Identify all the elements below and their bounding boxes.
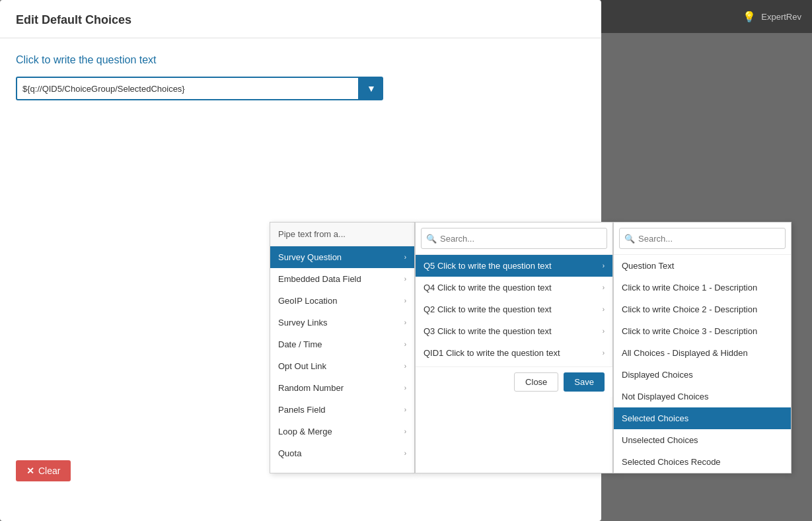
pipe-menu-label: Survey Question bbox=[278, 252, 342, 262]
pipe-menu-item-embedded-data-field[interactable]: Embedded Data Field› bbox=[270, 268, 414, 290]
q5-item-label: Selected Choices bbox=[622, 413, 688, 423]
pipe-menu-item-panels-field[interactable]: Panels Field› bbox=[270, 399, 414, 421]
search-wrap: 🔍 bbox=[421, 228, 607, 249]
pipe-menu-list: Survey Question›Embedded Data Field›GeoI… bbox=[270, 246, 414, 464]
pipe-menu-label: Loop & Merge bbox=[278, 427, 332, 436]
q5-item-label: Click to write Choice 2 - Description bbox=[622, 304, 757, 314]
pipe-menu-label: Panels Field bbox=[278, 405, 326, 415]
chevron-right-icon: › bbox=[404, 363, 406, 370]
q5-search-wrap: 🔍 bbox=[619, 228, 786, 249]
sq-item-q4[interactable]: Q4 Click to write the question text› bbox=[416, 277, 612, 298]
pipe-menu-label: Random Number bbox=[278, 383, 344, 393]
pipe-input[interactable] bbox=[16, 77, 359, 100]
question-text-label[interactable]: Click to write the question text bbox=[16, 54, 585, 66]
sq-item-q2[interactable]: Q2 Click to write the question text› bbox=[416, 298, 612, 320]
pipe-menu-item-loop-merge[interactable]: Loop & Merge› bbox=[270, 421, 414, 442]
q5-item-question-text[interactable]: Question Text bbox=[614, 255, 791, 277]
pipe-panel-header: Pipe text from a... bbox=[270, 223, 414, 246]
q5-item-label: Displayed Choices bbox=[622, 370, 693, 380]
q5-item-label: Unselected Choices bbox=[622, 435, 698, 445]
pipe-input-container: ▼ bbox=[16, 77, 585, 100]
chevron-right-icon: › bbox=[404, 428, 406, 435]
q5-item-label: Click to write Choice 3 - Description bbox=[622, 326, 757, 336]
sq-item-label: Q4 Click to write the question text bbox=[424, 283, 552, 293]
x-icon: ✕ bbox=[26, 466, 34, 476]
pipe-menu-item-quota[interactable]: Quota› bbox=[270, 442, 414, 464]
pipe-dropdown-btn[interactable]: ▼ bbox=[359, 77, 383, 100]
q5-item-label: Question Text bbox=[622, 261, 674, 271]
q5-item-label: All Choices - Displayed & Hidden bbox=[622, 348, 748, 358]
modal-title: Edit Default Choices bbox=[16, 13, 131, 26]
pipe-menu-item-date-time[interactable]: Date / Time› bbox=[270, 333, 414, 355]
modal-header: Edit Default Choices bbox=[0, 0, 601, 38]
expert-review-icon: 💡 bbox=[743, 11, 756, 23]
q5-search-box: 🔍 bbox=[614, 223, 791, 255]
modal-content: Click to write the question text ▼ bbox=[0, 38, 601, 124]
q5-item-selected-choices[interactable]: Selected Choices bbox=[614, 407, 791, 429]
sq-item-q5[interactable]: Q5 Click to write the question text› bbox=[416, 255, 612, 277]
chevron-right-icon: › bbox=[404, 341, 406, 348]
survey-q-panel-inner: Q5 Click to write the question text›Q4 C… bbox=[416, 255, 612, 397]
close-button[interactable]: Close bbox=[514, 372, 558, 392]
pipe-menu-item-survey-question[interactable]: Survey Question› bbox=[270, 246, 414, 268]
q5-items-list: Question TextClick to write Choice 1 - D… bbox=[614, 255, 791, 473]
q5-item-selected-choices-recode[interactable]: Selected Choices Recode bbox=[614, 451, 791, 473]
q5-item-choice2-desc[interactable]: Click to write Choice 2 - Description bbox=[614, 298, 791, 320]
chevron-right-icon: › bbox=[603, 284, 605, 291]
save-button[interactable]: Save bbox=[564, 372, 605, 392]
chevron-right-icon: › bbox=[404, 275, 406, 283]
q5-item-label: Click to write Choice 1 - Description bbox=[622, 283, 757, 293]
q5-item-choice3-desc[interactable]: Click to write Choice 3 - Description bbox=[614, 320, 791, 342]
top-bar: 💡 ExpertRev bbox=[601, 0, 812, 33]
survey-q-search-input[interactable] bbox=[421, 228, 607, 249]
pipe-panel: Pipe text from a... Survey Question›Embe… bbox=[270, 222, 415, 473]
q5-search-icon: 🔍 bbox=[624, 234, 635, 244]
chevron-right-icon: › bbox=[603, 349, 605, 357]
dropdown-container: Pipe text from a... Survey Question›Embe… bbox=[270, 222, 792, 473]
pipe-menu-label: Survey Links bbox=[278, 318, 327, 328]
search-icon: 🔍 bbox=[426, 234, 437, 244]
sq-item-label: Q5 Click to write the question text bbox=[424, 261, 552, 271]
pipe-menu-item-survey-links[interactable]: Survey Links› bbox=[270, 312, 414, 333]
survey-q-search-box: 🔍 bbox=[416, 223, 612, 255]
pipe-menu-item-geoip-location[interactable]: GeoIP Location› bbox=[270, 290, 414, 312]
clear-button[interactable]: ✕ Clear bbox=[16, 460, 71, 481]
q5-item-unselected-choices[interactable]: Unselected Choices bbox=[614, 429, 791, 451]
sq-item-label: QID1 Click to write the question text bbox=[424, 348, 560, 358]
chevron-right-icon: › bbox=[404, 384, 406, 392]
chevron-right-icon: › bbox=[603, 262, 605, 269]
sq-item-qid1[interactable]: QID1 Click to write the question text› bbox=[416, 342, 612, 364]
clear-label: Clear bbox=[38, 466, 60, 476]
chevron-right-icon: › bbox=[404, 254, 406, 261]
chevron-right-icon: › bbox=[603, 328, 605, 335]
chevron-right-icon: › bbox=[404, 297, 406, 304]
chevron-down-icon: ▼ bbox=[367, 83, 376, 94]
q5-item-all-choices[interactable]: All Choices - Displayed & Hidden bbox=[614, 342, 791, 364]
q5-item-choice1-desc[interactable]: Click to write Choice 1 - Description bbox=[614, 277, 791, 298]
top-bar-text: ExpertRev bbox=[761, 12, 801, 22]
chevron-right-icon: › bbox=[603, 306, 605, 313]
pipe-menu-label: GeoIP Location bbox=[278, 296, 337, 306]
pipe-menu-label: Embedded Data Field bbox=[278, 274, 361, 284]
chevron-right-icon: › bbox=[404, 319, 406, 326]
q5-search-input[interactable] bbox=[619, 228, 786, 249]
q5-item-displayed-choices[interactable]: Displayed Choices bbox=[614, 364, 791, 386]
sq-item-label: Q3 Click to write the question text bbox=[424, 326, 552, 336]
chevron-right-icon: › bbox=[404, 406, 406, 413]
sq-item-q3[interactable]: Q3 Click to write the question text› bbox=[416, 320, 612, 342]
pipe-menu-label: Quota bbox=[278, 448, 301, 458]
action-buttons: Close Save bbox=[416, 366, 612, 397]
q5-item-not-displayed-choices[interactable]: Not Displayed Choices bbox=[614, 386, 791, 407]
q5-item-label: Selected Choices Recode bbox=[622, 457, 721, 467]
pipe-menu-item-opt-out-link[interactable]: Opt Out Link› bbox=[270, 355, 414, 377]
q5-panel: 🔍 Question TextClick to write Choice 1 -… bbox=[613, 222, 792, 473]
pipe-menu-label: Date / Time bbox=[278, 339, 322, 349]
pipe-menu-label: Opt Out Link bbox=[278, 361, 326, 371]
pipe-menu-item-random-number[interactable]: Random Number› bbox=[270, 377, 414, 399]
sq-item-label: Q2 Click to write the question text bbox=[424, 304, 552, 314]
chevron-right-icon: › bbox=[404, 450, 406, 457]
q5-item-label: Not Displayed Choices bbox=[622, 392, 709, 401]
survey-q-panel: 🔍 Q5 Click to write the question text›Q4… bbox=[415, 222, 613, 473]
